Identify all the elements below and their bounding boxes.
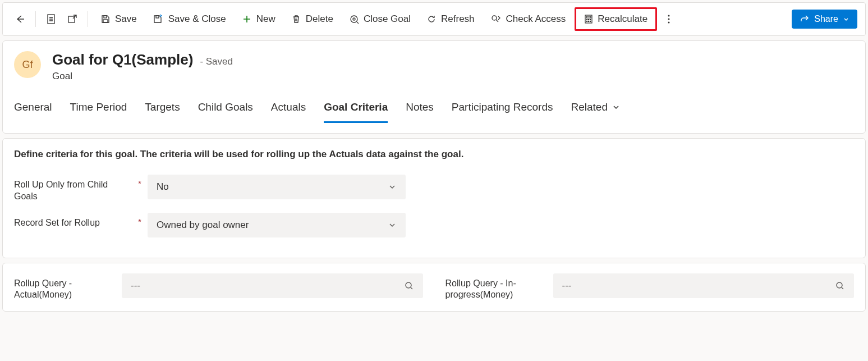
recalculate-button[interactable]: Recalculate — [577, 10, 654, 28]
new-label: New — [256, 13, 275, 25]
more-vertical-icon — [668, 14, 670, 24]
open-button[interactable] — [63, 10, 82, 29]
svg-rect-2 — [104, 16, 107, 18]
actual-query-label: Rollup Query - Actual(Money) — [14, 273, 115, 301]
svg-point-7 — [492, 16, 497, 20]
save-close-label: Save & Close — [168, 13, 226, 25]
close-goal-label: Close Goal — [364, 13, 411, 25]
save-close-icon — [153, 14, 164, 24]
delete-button[interactable]: Delete — [284, 10, 340, 28]
refresh-button[interactable]: Refresh — [420, 10, 481, 28]
record-title: Goal for Q1(Sample) — [52, 51, 193, 68]
record-avatar: Gf — [14, 51, 41, 78]
tab-actuals[interactable]: Actuals — [271, 98, 306, 123]
tab-targets[interactable]: Targets — [145, 98, 180, 123]
recalculate-highlight: Recalculate — [575, 7, 657, 31]
back-arrow-icon — [15, 13, 26, 25]
svg-point-19 — [406, 282, 411, 288]
chevron-down-icon — [843, 16, 849, 22]
save-label: Save — [115, 13, 137, 25]
svg-point-5 — [351, 16, 357, 22]
check-access-icon — [490, 14, 502, 24]
tab-related[interactable]: Related — [571, 98, 620, 123]
rollup-child-label: Roll Up Only from Child Goals — [14, 175, 132, 203]
save-icon — [100, 14, 111, 24]
inprogress-query-label: Rollup Query - In-progress(Money) — [446, 273, 546, 301]
svg-point-6 — [353, 18, 355, 20]
svg-point-14 — [589, 21, 589, 21]
svg-point-13 — [587, 21, 587, 21]
save-button[interactable]: Save — [94, 10, 144, 28]
required-indicator: * — [136, 213, 143, 226]
svg-point-17 — [668, 19, 670, 20]
rollup-child-value: No — [157, 181, 169, 193]
share-icon — [800, 14, 810, 24]
share-button[interactable]: Share — [792, 10, 857, 29]
inprogress-query-value: --- — [562, 280, 572, 291]
overflow-button[interactable] — [659, 10, 678, 29]
search-icon — [404, 281, 414, 291]
inprogress-query-lookup[interactable]: --- — [553, 273, 855, 298]
chevron-down-icon — [388, 221, 397, 230]
rollup-child-row: Roll Up Only from Child Goals * No — [14, 175, 854, 203]
check-access-button[interactable]: Check Access — [484, 10, 573, 28]
svg-point-11 — [589, 19, 589, 20]
delete-label: Delete — [306, 13, 333, 25]
search-icon — [835, 281, 845, 291]
svg-rect-4 — [156, 16, 159, 18]
check-access-label: Check Access — [506, 13, 566, 25]
svg-point-18 — [668, 22, 670, 24]
divider — [35, 11, 36, 27]
actual-query-row: Rollup Query - Actual(Money) --- — [14, 273, 423, 301]
tab-child-goals[interactable]: Child Goals — [198, 98, 253, 123]
chevron-down-icon — [612, 103, 620, 111]
save-close-button[interactable]: Save & Close — [146, 10, 233, 28]
document-icon — [46, 13, 56, 25]
new-button[interactable]: New — [235, 10, 282, 28]
required-indicator: * — [136, 175, 143, 188]
popout-icon — [67, 13, 78, 25]
divider — [88, 11, 88, 27]
saved-status: - Saved — [200, 56, 233, 67]
share-label: Share — [814, 14, 838, 24]
refresh-label: Refresh — [441, 13, 475, 25]
calculator-icon — [584, 14, 593, 24]
record-header-card: Gf Goal for Q1(Sample) - Saved Goal Gene… — [2, 40, 866, 134]
svg-point-15 — [590, 21, 591, 21]
plus-icon — [242, 14, 252, 24]
tab-general[interactable]: General — [14, 98, 52, 123]
svg-point-10 — [587, 19, 587, 20]
recalculate-label: Recalculate — [598, 13, 647, 25]
tab-time-period[interactable]: Time Period — [70, 98, 127, 123]
svg-rect-9 — [586, 16, 591, 18]
tab-participating-records[interactable]: Participating Records — [452, 98, 553, 123]
close-goal-icon — [349, 14, 359, 24]
record-header: Gf Goal for Q1(Sample) - Saved Goal — [14, 51, 854, 82]
tab-related-label: Related — [571, 101, 608, 113]
trash-icon — [291, 14, 301, 24]
tab-bar: General Time Period Targets Child Goals … — [14, 95, 854, 123]
tab-goal-criteria[interactable]: Goal Criteria — [324, 98, 388, 123]
record-subtitle: Goal — [52, 71, 233, 82]
svg-rect-1 — [68, 16, 75, 22]
refresh-icon — [426, 14, 437, 24]
tab-notes[interactable]: Notes — [406, 98, 434, 123]
queries-section: Rollup Query - Actual(Money) --- Rollup … — [2, 263, 866, 312]
svg-point-12 — [590, 19, 591, 20]
back-button[interactable] — [11, 10, 30, 29]
svg-point-20 — [837, 282, 842, 288]
actual-query-lookup[interactable]: --- — [122, 273, 423, 298]
criteria-description: Define criteria for this goal. The crite… — [14, 149, 854, 160]
record-set-value: Owned by goal owner — [157, 220, 249, 231]
activity-button[interactable] — [42, 10, 61, 29]
criteria-section: Define criteria for this goal. The crite… — [2, 138, 866, 258]
chevron-down-icon — [388, 182, 397, 191]
record-set-row: Record Set for Rollup * Owned by goal ow… — [14, 213, 854, 237]
svg-rect-3 — [103, 20, 108, 22]
close-goal-button[interactable]: Close Goal — [342, 10, 417, 28]
record-set-select[interactable]: Owned by goal owner — [148, 213, 406, 237]
inprogress-query-row: Rollup Query - In-progress(Money) --- — [446, 273, 855, 301]
rollup-child-select[interactable]: No — [148, 175, 406, 199]
svg-point-16 — [668, 15, 670, 17]
actual-query-value: --- — [131, 280, 140, 291]
